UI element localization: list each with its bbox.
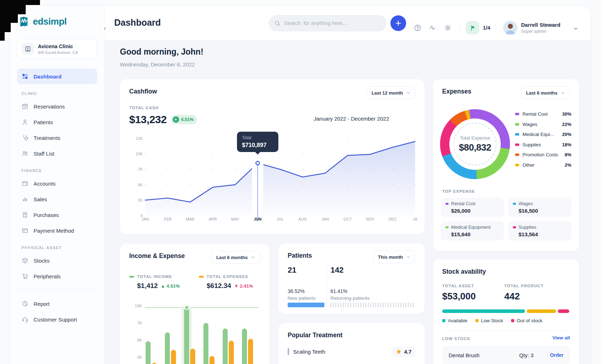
card-icon [21,227,29,234]
total-cash-value: $13,232 [129,113,167,126]
total-asset-label: TOTAL ASSET [442,284,474,288]
svg-text:2K: 2K [138,198,143,202]
legend-dot [515,153,519,156]
sidebar-item-patients[interactable]: Patients [17,114,97,130]
legend-dot [515,143,519,146]
search-input[interactable] [284,20,381,26]
legend-dot [515,113,519,115]
new-patients-stat: 21 36.52% New patients [288,266,315,301]
greeting-title: Good morning, John! [120,47,203,57]
sidebar-item-label: Staff List [34,151,54,157]
expense-delta: ▼ 2.41% [234,283,253,289]
patients-divider [327,266,327,308]
legend-dot [442,319,445,322]
legend-dot [475,319,479,322]
legend-dot [445,203,449,205]
expenses-card: Expenses Last 6 months Total Expense $80… [433,79,579,251]
treatment-row[interactable]: Scaling Teeth4.7 [288,344,415,359]
low-stock-row: Dental BrushQty: 3Order [442,346,570,364]
sidebar-item-peripherals[interactable]: Peripherals [17,268,97,284]
total-product-value: 442 [504,291,520,302]
header: Dashboard 1/4 Darrell Steward Super admi… [105,6,591,41]
view-all-link[interactable]: View all [552,335,570,340]
sidebar-item-label: Purchases [34,212,59,218]
expenses-legend-item: Medical Equi...20% [515,132,571,137]
arrow-up-icon [173,116,179,123]
svg-text:10K: 10K [135,304,142,308]
svg-text:JAN: JAN [322,217,329,221]
user-menu-chevron-down-icon[interactable] [573,26,579,33]
flag-icon[interactable] [466,21,479,35]
svg-text:12K: 12K [136,136,143,141]
new-patients-bar [288,303,324,307]
income-expense-bar-chart[interactable]: 2K5K7K10K [129,301,261,364]
popular-treatment-card: Popular Treatment Scaling Teeth4.7Tooth … [278,323,425,364]
user-role: Super admin [521,29,546,34]
total-expenses-value: $612.34 [207,282,231,290]
popular-treatment-title: Popular Treatment [288,332,343,339]
stock-bar-segment [527,309,556,313]
sidebar-item-label: Stocks [34,258,50,264]
sidebar-item-reservations[interactable]: Reservations [17,98,97,114]
expenses-legend-item: Wages22% [515,122,571,127]
user-avatar[interactable] [503,21,517,35]
activity-icon[interactable] [429,24,436,33]
sidebar-item-accounts[interactable]: Accounts [17,176,97,191]
settings-gear-icon[interactable] [444,24,452,33]
svg-text:APR: APR [209,217,217,221]
calendar-icon [21,103,29,110]
sidebar-divider [17,290,97,290]
expenses-donut-chart[interactable]: Total Expense $80,832 [440,109,510,179]
cashflow-title: Cashflow [129,88,157,95]
clinic-address: 845 Euclid Avenue, CA [38,50,78,55]
svg-text:NOV: NOV [366,217,375,221]
expenses-legend-item: Promotion Costs8% [515,152,571,157]
sidebar-item-treatments[interactable]: Treatments [17,130,97,146]
returning-patients-stat: 142 61.41% Returning patients [330,266,370,301]
sidebar-item-sales[interactable]: Sales [17,191,97,207]
total-expense-label: Total Expense [460,135,490,141]
sidebar-item-stocks[interactable]: Stocks [17,253,97,268]
total-expenses-stat: TOTAL EXPENSES $612.34 ▼ 2.41% [199,274,253,290]
cashflow-delta-badge: 4.51% [171,115,197,124]
cart-icon [21,273,29,280]
top-expense-chip: Medical Equipment$15,640 [441,221,504,241]
sidebar-item-label: Customer Support [34,317,77,323]
top-expense-chip: Wages$16,500 [508,198,571,217]
expenses-legend-item: Supplies18% [515,142,571,147]
income-delta: ▲ 4.51% [161,283,180,289]
sidebar-collapse-button[interactable] [100,24,110,33]
top-expense-chips: Rental Cost$26,000Wages$16,500Medical Eq… [441,198,571,241]
total-cash-label: TOTAL CASH [129,106,159,110]
sidebar-item-staff-list[interactable]: Staff List [17,146,97,161]
svg-text:2K: 2K [137,355,142,359]
sidebar-item-label: Dashboard [34,74,61,80]
sidebar-item-dashboard[interactable]: Dashboard [17,69,97,84]
svg-text:JUN: JUN [254,217,262,221]
sidebar-nav: DashboardCLINICReservationsPatientsTreat… [17,69,97,284]
income-expense-period-filter[interactable]: Last 6 months [211,251,260,264]
expenses-period-filter[interactable]: Last 6 months [521,86,570,99]
sidebar-item-purchases[interactable]: Purchases [17,207,97,223]
wallet-icon [21,180,29,187]
cashflow-period-filter[interactable]: Last 12 month [367,86,415,99]
total-product-label: TOTAL PRODUCT [504,284,544,288]
dashboard-icon [21,73,29,80]
patients-period-filter[interactable]: This month [373,251,415,263]
expenses-legend: Rental Cost30%Wages22%Medical Equi...20%… [515,111,571,172]
sidebar-section-label: FINANCE [21,168,97,173]
help-icon[interactable] [414,24,421,33]
svg-text:5K: 5K [138,183,143,187]
sidebar-item-customer-support[interactable]: Customer Support [17,312,97,327]
low-stock-label: LOW STOCK [442,337,470,341]
add-button[interactable] [390,15,406,31]
flag-count: 1/4 [483,25,490,31]
patients-card: Patients This month 21 36.52% New patien… [278,243,425,314]
cashflow-range-label: January 2022 - December 2022 [314,116,389,122]
svg-text:FEB: FEB [164,217,171,221]
sidebar-item-label: Accounts [34,181,56,187]
order-link[interactable]: Order [550,352,564,358]
search-bar[interactable] [269,15,387,31]
sidebar-item-report[interactable]: Report [17,296,97,312]
sidebar-item-payment-method[interactable]: Payment Method [17,223,97,238]
